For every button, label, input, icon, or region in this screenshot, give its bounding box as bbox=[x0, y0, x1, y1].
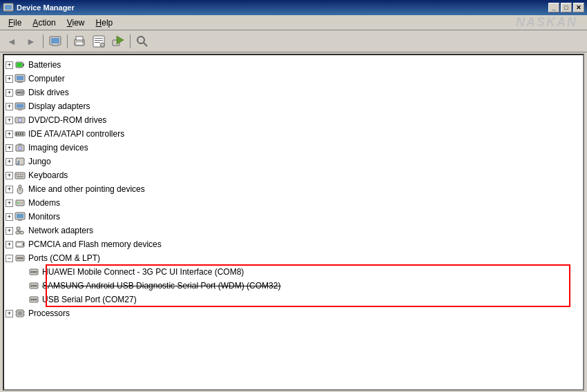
svg-point-72 bbox=[17, 257, 19, 259]
svg-point-55 bbox=[19, 185, 21, 188]
minimize-button[interactable]: _ bbox=[548, 3, 559, 12]
imaging-icon bbox=[15, 142, 26, 153]
svg-rect-15 bbox=[95, 42, 100, 43]
item-label-pcmcia: PCMCIA and Flash memory devices bbox=[28, 239, 162, 249]
expand-btn-dvd-cdrom[interactable]: + bbox=[6, 117, 13, 124]
tree-item-ports[interactable]: −Ports (COM & LPT) bbox=[4, 251, 583, 265]
tree-item-pcmcia[interactable]: +PCMCIA and Flash memory devices bbox=[4, 237, 583, 251]
item-label-imaging: Imaging devices bbox=[28, 143, 88, 153]
svg-rect-11 bbox=[82, 41, 84, 42]
tree-item-huawei[interactable]: HUAWEI Mobile Connect - 3G PC UI Interfa… bbox=[4, 265, 583, 279]
tree-item-computer[interactable]: +Computer bbox=[4, 72, 583, 86]
expand-btn-jungo[interactable]: + bbox=[6, 158, 13, 166]
tree-item-jungo[interactable]: +JJungo bbox=[4, 155, 583, 168]
menu-file[interactable]: File bbox=[3, 17, 27, 29]
maximize-button[interactable]: □ bbox=[561, 3, 572, 12]
expand-btn-disk-drives[interactable]: + bbox=[6, 89, 13, 97]
tree-item-keyboards[interactable]: +Keyboards bbox=[4, 168, 583, 182]
update-driver-icon bbox=[111, 35, 125, 48]
huawei-icon bbox=[28, 266, 39, 277]
tree-item-display-adapters[interactable]: +Display adapters bbox=[4, 99, 583, 113]
display-adapters-icon bbox=[15, 101, 26, 112]
svg-rect-9 bbox=[76, 37, 83, 40]
forward-button[interactable]: ► bbox=[22, 33, 40, 50]
svg-point-58 bbox=[19, 202, 21, 204]
item-label-batteries: Batteries bbox=[28, 60, 61, 70]
svg-rect-88 bbox=[18, 311, 22, 315]
tree-item-processors[interactable]: +Processors bbox=[4, 306, 583, 320]
svg-rect-61 bbox=[17, 214, 23, 218]
item-label-mice: Mice and other pointing devices bbox=[28, 184, 145, 194]
back-button[interactable]: ◄ bbox=[3, 33, 21, 50]
menu-action[interactable]: Action bbox=[27, 17, 61, 29]
update-driver-button[interactable] bbox=[109, 33, 127, 50]
close-button[interactable]: ✕ bbox=[573, 3, 584, 12]
svg-rect-32 bbox=[17, 104, 23, 108]
svg-rect-5 bbox=[51, 38, 59, 43]
svg-point-74 bbox=[21, 257, 23, 259]
svg-text:i: i bbox=[102, 43, 102, 47]
expand-btn-ports[interactable]: − bbox=[6, 255, 13, 262]
print-button[interactable] bbox=[70, 33, 88, 50]
svg-marker-19 bbox=[117, 36, 124, 44]
expand-btn-monitors[interactable]: + bbox=[6, 213, 13, 221]
svg-point-82 bbox=[35, 285, 37, 287]
computer-icon bbox=[48, 35, 62, 48]
item-label-samsung: SAMSUNG Android USB Diagnostic Serial Po… bbox=[42, 281, 280, 291]
item-label-ports: Ports (COM & LPT) bbox=[28, 253, 100, 263]
item-label-display-adapters: Display adapters bbox=[28, 101, 90, 111]
item-label-modems: Modems bbox=[28, 198, 60, 208]
tree-item-mice[interactable]: +Mice and other pointing devices bbox=[4, 182, 583, 196]
scan-button[interactable] bbox=[133, 33, 151, 50]
svg-point-59 bbox=[21, 202, 23, 204]
pcmcia-icon bbox=[15, 239, 26, 250]
item-label-processors: Processors bbox=[28, 308, 70, 318]
expand-btn-modems[interactable]: + bbox=[6, 199, 13, 207]
modems-icon bbox=[15, 197, 26, 208]
expand-btn-computer[interactable]: + bbox=[6, 75, 13, 83]
toolbar: ◄ ► i bbox=[0, 30, 587, 52]
dvd-cdrom-icon bbox=[15, 115, 26, 126]
expand-btn-pcmcia[interactable]: + bbox=[6, 241, 13, 248]
expand-btn-batteries[interactable]: + bbox=[6, 61, 13, 69]
tree-item-modems[interactable]: +Modems bbox=[4, 196, 583, 210]
svg-rect-65 bbox=[16, 231, 19, 234]
tree-item-disk-drives[interactable]: +Disk drives bbox=[4, 86, 583, 99]
computer-button[interactable] bbox=[46, 33, 64, 50]
menu-help[interactable]: Help bbox=[90, 17, 119, 29]
tree-item-ide-ata[interactable]: +IDE ATA/ATAPI controllers bbox=[4, 127, 583, 141]
expand-btn-mice[interactable]: + bbox=[6, 186, 13, 193]
mice-icon bbox=[15, 184, 26, 195]
expand-btn-ide-ata[interactable]: + bbox=[6, 130, 13, 138]
print-icon bbox=[73, 35, 86, 48]
svg-point-36 bbox=[19, 119, 21, 121]
jungo-icon: J bbox=[15, 156, 26, 167]
item-label-huawei: HUAWEI Mobile Connect - 3G PC UI Interfa… bbox=[42, 267, 244, 277]
expand-btn-display-adapters[interactable]: + bbox=[6, 103, 13, 110]
keyboards-icon bbox=[15, 170, 26, 181]
disk-drives-icon bbox=[15, 87, 26, 98]
tree-item-samsung[interactable]: SAMSUNG Android USB Diagnostic Serial Po… bbox=[4, 279, 583, 293]
tree-item-network[interactable]: +Network adapters bbox=[4, 224, 583, 237]
toolbar-separator-2 bbox=[67, 35, 68, 48]
svg-text:J: J bbox=[17, 159, 19, 166]
expand-btn-imaging[interactable]: + bbox=[6, 144, 13, 152]
svg-rect-70 bbox=[17, 243, 22, 246]
properties-button[interactable]: i bbox=[90, 33, 108, 50]
tree-item-dvd-cdrom[interactable]: +DVD/CD-ROM drives bbox=[4, 113, 583, 127]
svg-rect-62 bbox=[18, 219, 22, 221]
main-content: +Batteries+Computer+Disk drives+Display … bbox=[3, 54, 584, 391]
svg-rect-33 bbox=[18, 109, 22, 110]
tree-view[interactable]: +Batteries+Computer+Disk drives+Display … bbox=[4, 55, 583, 389]
tree-item-imaging[interactable]: +Imaging devices bbox=[4, 141, 583, 155]
samsung-icon bbox=[28, 280, 39, 291]
ports-icon bbox=[15, 253, 26, 264]
expand-btn-network[interactable]: + bbox=[6, 227, 13, 235]
tree-item-usb-serial[interactable]: USB Serial Port (COM27) bbox=[4, 293, 583, 306]
tree-item-batteries[interactable]: +Batteries bbox=[4, 58, 583, 72]
expand-btn-keyboards[interactable]: + bbox=[6, 172, 13, 179]
expand-btn-processors[interactable]: + bbox=[6, 310, 13, 317]
menu-view[interactable]: View bbox=[61, 17, 90, 29]
svg-rect-7 bbox=[53, 44, 57, 45]
tree-item-monitors[interactable]: +Monitors bbox=[4, 210, 583, 224]
